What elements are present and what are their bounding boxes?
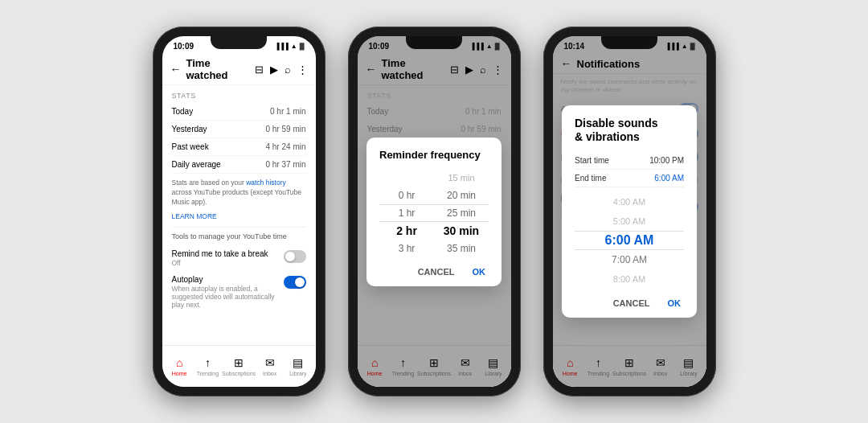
autoplay-setting-row: Autoplay When autoplay is enabled, a sug… xyxy=(172,271,306,313)
end-time-row: End time 6:00 AM xyxy=(575,170,684,187)
nav-inbox[interactable]: ✉ Inbox xyxy=(256,356,284,376)
info-text: Stats are based on your watch history ac… xyxy=(172,179,306,207)
wifi-icon: ▲ xyxy=(291,43,297,50)
tools-section: Tools to manage your YouTube time Remind… xyxy=(172,232,306,313)
time-500am: 5:00 AM xyxy=(575,212,684,231)
time-600am-selected: 6:00 AM xyxy=(575,231,684,250)
back-button[interactable]: ← xyxy=(170,63,182,76)
picker-item-3hr: 3 hr xyxy=(379,240,434,257)
home-icon: ⌂ xyxy=(176,356,182,369)
remind-setting-text: Remind me to take a break Off xyxy=(172,249,268,267)
cancel-button[interactable]: CANCEL xyxy=(415,265,458,278)
time-scroll-picker[interactable]: 4:00 AM 5:00 AM 6:00 AM 7:00 AM 8:00 AM … xyxy=(575,192,684,289)
stat-today-label: Today xyxy=(172,107,194,116)
phone-1-status-icons: ▐▐▐ ▲ ▓ xyxy=(275,43,305,50)
reminder-modal: Reminder frequency 0 hr 1 hr 2 hr 3 hr 4… xyxy=(366,138,502,286)
picker-container[interactable]: 0 hr 1 hr 2 hr 3 hr 4 hr 15 min 20 min 2… xyxy=(379,169,489,257)
nav-library[interactable]: ▤ Library xyxy=(284,356,312,376)
nav-home[interactable]: ⌂ Home xyxy=(166,356,194,376)
page-title: Time watched xyxy=(186,57,250,81)
hours-picker[interactable]: 0 hr 1 hr 2 hr 3 hr 4 hr xyxy=(379,169,434,257)
picker-item-1hr: 1 hr xyxy=(379,204,434,222)
divider-1 xyxy=(172,227,306,228)
ok-button[interactable]: OK xyxy=(665,297,685,310)
phone-1: 10:09 ▐▐▐ ▲ ▓ ← Time watched ⊟ ▶ ⌕ ⋮ xyxy=(153,27,326,396)
time-800am: 8:00 AM xyxy=(575,269,684,289)
minutes-picker[interactable]: 15 min 20 min 25 min 30 min 35 min 40 mi… xyxy=(434,169,489,257)
autoplay-sub: When autoplay is enabled, a suggested vi… xyxy=(172,285,284,309)
picker-item-30min-selected: 30 min xyxy=(434,222,489,240)
stat-yesterday: Yesterday 0 hr 59 min xyxy=(172,121,306,138)
phone-1-content: Stats Today 0 hr 1 min Yesterday 0 hr 59… xyxy=(162,85,316,373)
ok-button[interactable]: OK xyxy=(469,265,489,278)
time-modal-actions: CANCEL OK xyxy=(575,297,684,310)
picker-item-15min: 15 min xyxy=(434,169,489,187)
trending-label: Trending xyxy=(197,371,219,376)
start-time-label: Start time xyxy=(575,156,609,165)
stat-dailyavg: Daily average 0 hr 37 min xyxy=(172,156,306,174)
end-time-value: 6:00 AM xyxy=(654,174,684,183)
phones-container: 10:09 ▐▐▐ ▲ ▓ ← Time watched ⊟ ▶ ⌕ ⋮ xyxy=(137,10,732,413)
screen-icon[interactable]: ⊟ xyxy=(255,64,264,76)
remind-toggle[interactable] xyxy=(284,250,306,263)
stat-dailyavg-label: Daily average xyxy=(172,160,221,169)
phone-1-navbar: ← Time watched ⊟ ▶ ⌕ ⋮ xyxy=(162,54,316,85)
picker-item xyxy=(379,169,434,187)
autoplay-toggle-knob xyxy=(295,277,305,287)
tools-label: Tools to manage your YouTube time xyxy=(172,232,306,240)
stat-today: Today 0 hr 1 min xyxy=(172,103,306,121)
library-icon: ▤ xyxy=(293,356,303,369)
time-modal-overlay: Disable sounds& vibrations Start time 10… xyxy=(553,36,706,387)
time-picker-modal: Disable sounds& vibrations Start time 10… xyxy=(562,105,697,318)
nav-subscriptions[interactable]: ⊞ Subscriptions xyxy=(222,356,256,376)
stat-dailyavg-value: 0 hr 37 min xyxy=(265,160,305,169)
signal-icon: ▐▐▐ xyxy=(275,43,289,50)
stat-pastweek-label: Past week xyxy=(172,142,209,151)
nav-trending[interactable]: ↑ Trending xyxy=(194,356,222,376)
picker-item-20min: 20 min xyxy=(434,187,489,204)
remind-toggle-knob xyxy=(285,252,295,261)
stats-section-label: Stats xyxy=(172,92,306,100)
phone-3: 10:14 ▐▐▐ ▲ ▓ ← Notifications Notify me … xyxy=(543,27,716,396)
reminder-modal-overlay: Reminder frequency 0 hr 1 hr 2 hr 3 hr 4… xyxy=(358,36,511,387)
stat-pastweek-value: 4 hr 24 min xyxy=(265,142,305,151)
stat-today-value: 0 hr 1 min xyxy=(270,107,305,116)
time-700am: 7:00 AM xyxy=(575,250,684,269)
start-time-row: Start time 10:00 PM xyxy=(575,152,684,170)
phone-1-bottom-nav: ⌂ Home ↑ Trending ⊞ Subscriptions ✉ Inbo… xyxy=(162,345,316,387)
start-time-value: 10:00 PM xyxy=(649,156,684,165)
watch-history-link[interactable]: watch history xyxy=(246,179,286,187)
remind-setting-row: Remind me to take a break Off xyxy=(172,245,306,271)
picker-item-25min: 25 min xyxy=(434,204,489,222)
cancel-button[interactable]: CANCEL xyxy=(610,297,653,310)
stat-pastweek: Past week 4 hr 24 min xyxy=(172,138,306,156)
autoplay-label: Autoplay xyxy=(172,275,284,284)
stat-yesterday-value: 0 hr 59 min xyxy=(265,125,305,133)
battery-icon: ▓ xyxy=(300,43,305,50)
remind-label: Remind me to take a break xyxy=(172,249,268,258)
remind-sub: Off xyxy=(172,259,268,267)
phone-2-screen: 10:09 ▐▐▐ ▲ ▓ ← Time watched ⊟ ▶ ⌕ ⋮ xyxy=(358,36,511,387)
more-icon[interactable]: ⋮ xyxy=(297,64,308,76)
trending-icon: ↑ xyxy=(205,356,211,369)
picker-item-2hr-selected: 2 hr xyxy=(379,222,434,240)
modal-title: Reminder frequency xyxy=(379,149,489,161)
subscriptions-label: Subscriptions xyxy=(222,371,256,376)
picker-item-35min: 35 min xyxy=(434,240,489,257)
video-icon[interactable]: ▶ xyxy=(270,64,278,76)
picker-item-0hr: 0 hr xyxy=(379,187,434,204)
phone-1-time: 10:09 xyxy=(174,42,194,51)
home-label: Home xyxy=(172,371,187,376)
end-time-label: End time xyxy=(575,174,606,183)
phone-2: 10:09 ▐▐▐ ▲ ▓ ← Time watched ⊟ ▶ ⌕ ⋮ xyxy=(348,27,521,396)
search-icon[interactable]: ⌕ xyxy=(285,64,291,76)
stat-yesterday-label: Yesterday xyxy=(172,125,207,133)
time-modal-title: Disable sounds& vibrations xyxy=(575,117,684,144)
modal-actions: CANCEL OK xyxy=(379,265,489,278)
learn-more-link[interactable]: LEARN MORE xyxy=(172,212,306,222)
autoplay-toggle[interactable] xyxy=(284,276,306,289)
inbox-label: Inbox xyxy=(263,371,276,376)
time-400am: 4:00 AM xyxy=(575,192,684,212)
subscriptions-icon: ⊞ xyxy=(234,356,244,369)
library-label: Library xyxy=(289,371,306,376)
